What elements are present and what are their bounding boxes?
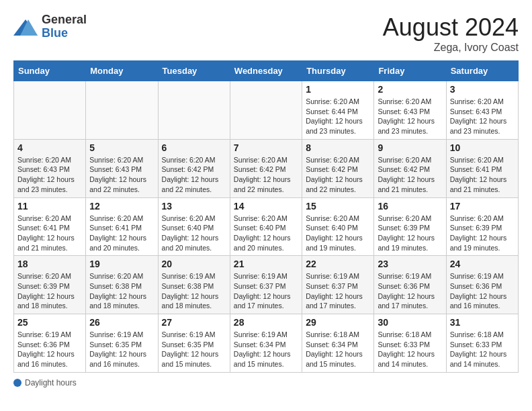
week-row-4: 18Sunrise: 6:20 AM Sunset: 6:39 PM Dayli… [14, 256, 519, 314]
calendar-cell: 8Sunrise: 6:20 AM Sunset: 6:42 PM Daylig… [302, 139, 374, 197]
day-header-monday: Monday [86, 61, 158, 81]
calendar-cell: 23Sunrise: 6:19 AM Sunset: 6:36 PM Dayli… [374, 256, 446, 314]
day-info: Sunrise: 6:20 AM Sunset: 6:40 PM Dayligh… [234, 214, 298, 253]
day-number: 9 [378, 142, 442, 153]
day-number: 23 [378, 259, 442, 269]
day-info: Sunrise: 6:19 AM Sunset: 6:35 PM Dayligh… [162, 330, 226, 369]
day-info: Sunrise: 6:20 AM Sunset: 6:43 PM Dayligh… [378, 97, 442, 136]
day-info: Sunrise: 6:20 AM Sunset: 6:43 PM Dayligh… [89, 155, 154, 195]
calendar-cell: 17Sunrise: 6:20 AM Sunset: 6:39 PM Dayli… [446, 197, 518, 256]
day-header-saturday: Saturday [446, 61, 518, 81]
day-number: 1 [306, 84, 370, 95]
calendar-cell: 9Sunrise: 6:20 AM Sunset: 6:42 PM Daylig… [374, 139, 446, 197]
week-row-2: 4Sunrise: 6:20 AM Sunset: 6:43 PM Daylig… [14, 139, 519, 197]
day-number: 26 [89, 317, 154, 328]
day-info: Sunrise: 6:20 AM Sunset: 6:39 PM Dayligh… [378, 214, 442, 253]
calendar-cell: 18Sunrise: 6:20 AM Sunset: 6:39 PM Dayli… [14, 256, 86, 314]
calendar-cell [86, 81, 158, 140]
page-header: General Blue August 2024 Zega, Ivory Coa… [13, 13, 519, 54]
day-info: Sunrise: 6:20 AM Sunset: 6:42 PM Dayligh… [306, 155, 370, 195]
day-number: 27 [162, 317, 226, 328]
calendar-cell: 24Sunrise: 6:19 AM Sunset: 6:36 PM Dayli… [446, 256, 518, 314]
logo-icon [13, 17, 38, 37]
week-row-3: 11Sunrise: 6:20 AM Sunset: 6:41 PM Dayli… [14, 197, 519, 256]
location-subtitle: Zega, Ivory Coast [383, 42, 519, 54]
week-row-5: 25Sunrise: 6:19 AM Sunset: 6:36 PM Dayli… [14, 314, 519, 373]
day-info: Sunrise: 6:19 AM Sunset: 6:36 PM Dayligh… [450, 271, 515, 311]
calendar-table: SundayMondayTuesdayWednesdayThursdayFrid… [13, 60, 519, 373]
day-header-friday: Friday [374, 61, 446, 81]
logo-text: General Blue [42, 13, 87, 40]
calendar-cell: 4Sunrise: 6:20 AM Sunset: 6:43 PM Daylig… [14, 139, 86, 197]
day-number: 5 [89, 142, 154, 153]
logo: General Blue [13, 13, 87, 40]
day-info: Sunrise: 6:20 AM Sunset: 6:40 PM Dayligh… [306, 214, 370, 253]
day-header-wednesday: Wednesday [230, 61, 302, 81]
calendar-cell: 7Sunrise: 6:20 AM Sunset: 6:42 PM Daylig… [230, 139, 302, 197]
day-info: Sunrise: 6:18 AM Sunset: 6:34 PM Dayligh… [306, 330, 370, 369]
calendar-cell: 29Sunrise: 6:18 AM Sunset: 6:34 PM Dayli… [302, 314, 374, 373]
month-year-title: August 2024 [383, 13, 519, 42]
day-number: 22 [306, 259, 370, 269]
day-number: 15 [306, 201, 370, 212]
day-number: 6 [162, 142, 226, 153]
day-number: 17 [450, 201, 515, 212]
day-info: Sunrise: 6:19 AM Sunset: 6:36 PM Dayligh… [378, 271, 442, 311]
week-row-1: 1Sunrise: 6:20 AM Sunset: 6:44 PM Daylig… [14, 81, 519, 140]
day-number: 3 [450, 84, 515, 95]
days-of-week-row: SundayMondayTuesdayWednesdayThursdayFrid… [14, 61, 519, 81]
day-number: 19 [89, 259, 154, 269]
day-number: 24 [450, 259, 515, 269]
day-number: 12 [89, 201, 154, 212]
calendar-cell: 31Sunrise: 6:18 AM Sunset: 6:33 PM Dayli… [446, 314, 518, 373]
day-header-tuesday: Tuesday [158, 61, 230, 81]
day-number: 7 [234, 142, 298, 153]
day-info: Sunrise: 6:19 AM Sunset: 6:37 PM Dayligh… [306, 271, 370, 311]
day-info: Sunrise: 6:20 AM Sunset: 6:41 PM Dayligh… [17, 214, 82, 253]
calendar-cell [158, 81, 230, 140]
footer-dot-icon [13, 379, 21, 387]
day-number: 28 [234, 317, 298, 328]
day-number: 2 [378, 84, 442, 95]
calendar-cell: 25Sunrise: 6:19 AM Sunset: 6:36 PM Dayli… [14, 314, 86, 373]
day-number: 14 [234, 201, 298, 212]
day-number: 18 [17, 259, 82, 269]
day-number: 16 [378, 201, 442, 212]
day-info: Sunrise: 6:20 AM Sunset: 6:40 PM Dayligh… [162, 214, 226, 253]
day-info: Sunrise: 6:19 AM Sunset: 6:37 PM Dayligh… [234, 271, 298, 311]
calendar-cell: 21Sunrise: 6:19 AM Sunset: 6:37 PM Dayli… [230, 256, 302, 314]
day-info: Sunrise: 6:18 AM Sunset: 6:33 PM Dayligh… [450, 330, 515, 369]
day-info: Sunrise: 6:20 AM Sunset: 6:43 PM Dayligh… [17, 155, 82, 195]
calendar-cell: 15Sunrise: 6:20 AM Sunset: 6:40 PM Dayli… [302, 197, 374, 256]
day-info: Sunrise: 6:18 AM Sunset: 6:33 PM Dayligh… [378, 330, 442, 369]
calendar-cell: 20Sunrise: 6:19 AM Sunset: 6:38 PM Dayli… [158, 256, 230, 314]
day-info: Sunrise: 6:20 AM Sunset: 6:43 PM Dayligh… [450, 97, 515, 136]
day-info: Sunrise: 6:19 AM Sunset: 6:34 PM Dayligh… [234, 330, 298, 369]
day-info: Sunrise: 6:19 AM Sunset: 6:35 PM Dayligh… [89, 330, 154, 369]
day-number: 10 [450, 142, 515, 153]
day-info: Sunrise: 6:19 AM Sunset: 6:38 PM Dayligh… [162, 271, 226, 311]
footer-label: Daylight hours [25, 378, 77, 387]
day-number: 25 [17, 317, 82, 328]
day-header-sunday: Sunday [14, 61, 86, 81]
day-info: Sunrise: 6:20 AM Sunset: 6:42 PM Dayligh… [162, 155, 226, 195]
calendar-cell: 14Sunrise: 6:20 AM Sunset: 6:40 PM Dayli… [230, 197, 302, 256]
calendar-cell: 5Sunrise: 6:20 AM Sunset: 6:43 PM Daylig… [86, 139, 158, 197]
calendar-header: SundayMondayTuesdayWednesdayThursdayFrid… [14, 61, 519, 81]
day-info: Sunrise: 6:20 AM Sunset: 6:38 PM Dayligh… [89, 271, 154, 311]
calendar-cell [230, 81, 302, 140]
day-header-thursday: Thursday [302, 61, 374, 81]
day-info: Sunrise: 6:20 AM Sunset: 6:42 PM Dayligh… [234, 155, 298, 195]
day-info: Sunrise: 6:20 AM Sunset: 6:41 PM Dayligh… [450, 155, 515, 195]
calendar-cell: 28Sunrise: 6:19 AM Sunset: 6:34 PM Dayli… [230, 314, 302, 373]
title-block: August 2024 Zega, Ivory Coast [383, 13, 519, 54]
calendar-cell: 1Sunrise: 6:20 AM Sunset: 6:44 PM Daylig… [302, 81, 374, 140]
day-info: Sunrise: 6:20 AM Sunset: 6:41 PM Dayligh… [89, 214, 154, 253]
calendar-cell: 27Sunrise: 6:19 AM Sunset: 6:35 PM Dayli… [158, 314, 230, 373]
day-number: 11 [17, 201, 82, 212]
day-number: 13 [162, 201, 226, 212]
day-number: 4 [17, 142, 82, 153]
logo-general: General [42, 13, 87, 26]
calendar-cell: 30Sunrise: 6:18 AM Sunset: 6:33 PM Dayli… [374, 314, 446, 373]
calendar-cell: 3Sunrise: 6:20 AM Sunset: 6:43 PM Daylig… [446, 81, 518, 140]
